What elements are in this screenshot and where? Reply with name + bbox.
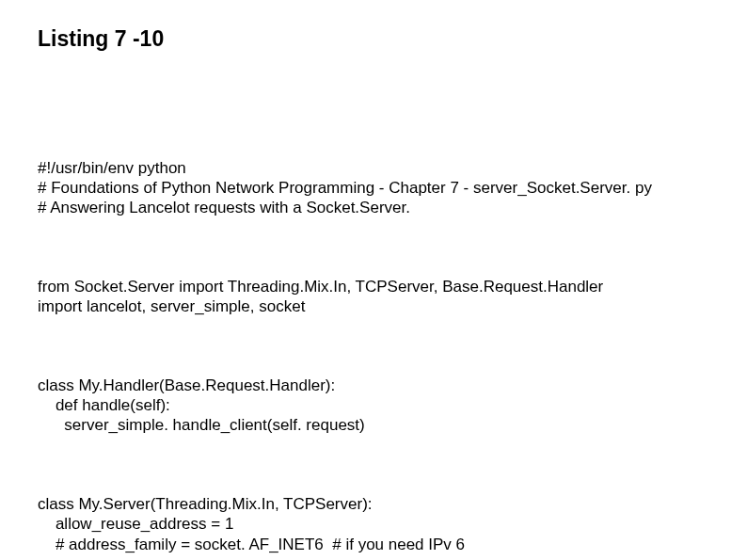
code-paragraph: class My.Server(Threading.Mix.In, TCPSer… [38, 494, 709, 554]
code-paragraph: #!/usr/bin/env python # Foundations of P… [38, 158, 709, 218]
code-block: #!/usr/bin/env python # Foundations of P… [38, 118, 709, 560]
listing-title: Listing 7 -10 [38, 23, 709, 52]
page-container: Listing 7 -10 #!/usr/bin/env python # Fo… [0, 0, 747, 560]
code-paragraph: from Socket.Server import Threading.Mix.… [38, 277, 709, 317]
code-paragraph: class My.Handler(Base.Request.Handler): … [38, 376, 709, 436]
